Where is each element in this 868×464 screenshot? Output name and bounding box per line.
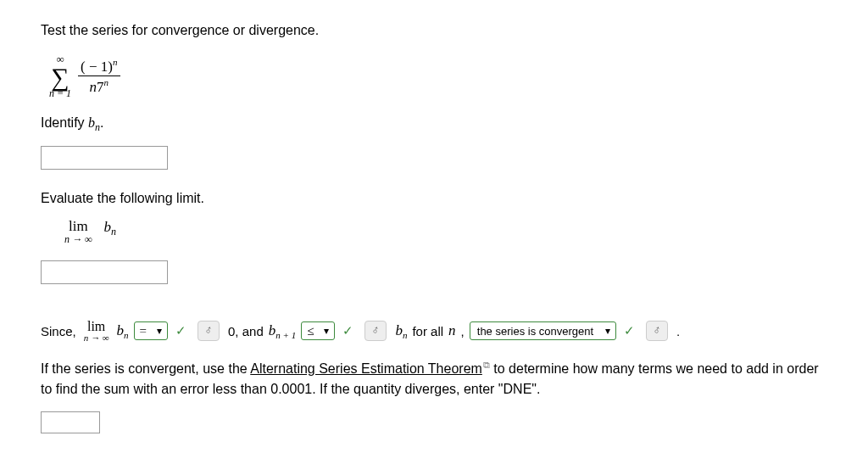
grade-button-2[interactable]: ♂	[364, 321, 387, 341]
conclusion-row: Since, lim n → ∞ bn = ▾ ✓ ♂ 0, and bn + …	[41, 320, 827, 343]
series-expression: ∞ ∑ n = 1 ( − 1)n n7n	[49, 51, 827, 98]
wand-icon: ♂	[370, 323, 382, 339]
sigma-icon: ∑	[51, 65, 69, 88]
series-term-fraction: ( − 1)n n7n	[78, 57, 120, 96]
sigma-notation: ∞ ∑ n = 1	[49, 53, 71, 98]
fraction-denominator: n7n	[90, 76, 109, 95]
grade-button-3[interactable]: ♂	[646, 321, 668, 341]
fraction-numerator: ( − 1)n	[78, 57, 120, 76]
limit-operator: lim n → ∞	[64, 219, 92, 244]
bn-input[interactable]	[41, 146, 168, 170]
wand-icon: ♂	[202, 323, 214, 339]
final-period: .	[676, 324, 680, 338]
n-var: n	[448, 322, 456, 339]
evaluate-limit-heading: Evaluate the following limit.	[41, 188, 827, 209]
bn-plus-1: bn + 1	[269, 322, 296, 340]
conclusion-select[interactable]: the series is convergent ▾	[470, 321, 616, 340]
aset-theorem-link[interactable]: Alternating Series Estimation Theorem	[250, 361, 482, 376]
chevron-down-icon: ▾	[152, 322, 167, 339]
check-icon: ✓	[175, 323, 186, 338]
grade-button-1[interactable]: ♂	[198, 321, 220, 341]
external-link-icon: ⧉	[483, 360, 490, 370]
chevron-down-icon: ▾	[319, 322, 334, 339]
check-icon: ✓	[624, 323, 635, 338]
wand-icon: ♂	[650, 323, 663, 339]
inline-limit: lim n → ∞	[84, 320, 109, 343]
for-all-text: for all	[412, 324, 443, 338]
limit-variable: bn	[104, 219, 117, 238]
zero-and-text: 0, and	[228, 324, 264, 338]
bn-inline-2: bn	[395, 322, 407, 340]
question-prompt: Test the series for convergence or diver…	[41, 20, 827, 41]
relation-select-2[interactable]: ≤ ▾	[301, 321, 335, 340]
closing-paragraph: If the series is convergent, use the Alt…	[41, 358, 821, 400]
limit-expression: lim n → ∞ bn	[64, 219, 827, 244]
check-icon: ✓	[342, 323, 353, 338]
limit-input[interactable]	[41, 260, 168, 284]
num-terms-input[interactable]	[41, 411, 100, 433]
identify-bn-label: Identify bn.	[41, 115, 827, 134]
since-label: Since,	[41, 324, 76, 338]
chevron-down-icon: ▾	[600, 322, 615, 339]
sum-lower-limit: n = 1	[49, 88, 71, 99]
bn-inline: bn	[117, 322, 129, 340]
relation-select-1[interactable]: = ▾	[134, 321, 168, 340]
